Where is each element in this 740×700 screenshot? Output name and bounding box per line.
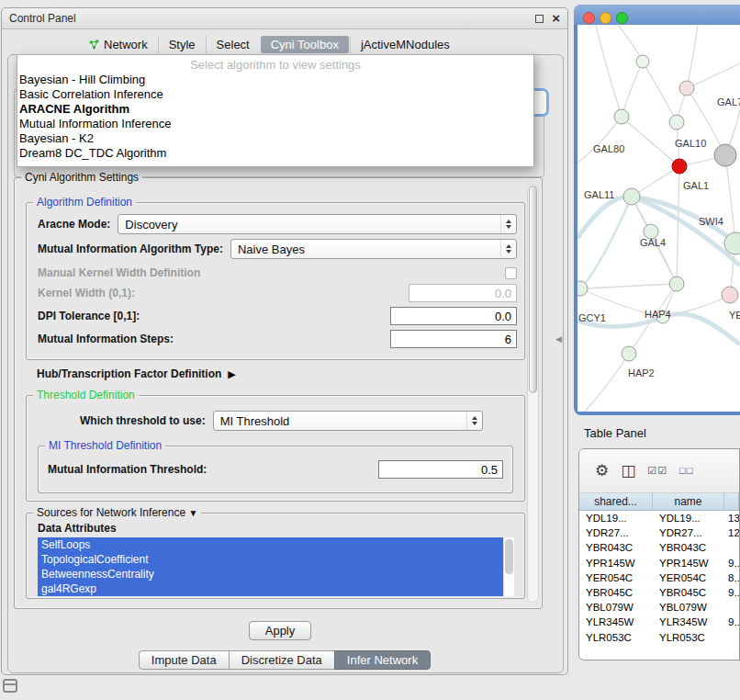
network-node-label: HAP2 bbox=[628, 367, 655, 378]
mi-threshold-group: MI Threshold Definition Mutual Informati… bbox=[38, 446, 513, 493]
table-row[interactable]: YBR045CYBR045C9... bbox=[579, 585, 739, 600]
tab-style[interactable]: Style bbox=[158, 36, 206, 53]
top-tabs: NetworkStyleSelectCyni ToolboxjActiveMNo… bbox=[79, 35, 460, 54]
attribute-item[interactable]: gal4RGexp bbox=[38, 581, 503, 596]
network-edge[interactable] bbox=[687, 25, 698, 88]
algorithm-option[interactable]: Bayesian - K2 bbox=[17, 131, 533, 146]
network-edge[interactable] bbox=[580, 284, 677, 288]
aracne-mode-select[interactable]: Discovery bbox=[118, 214, 517, 234]
minimize-traffic-light[interactable] bbox=[600, 12, 611, 24]
network-canvas-svg: GAL80GAL10GAL11GAL1SWI4GAL4GCY1HAP4HAP2G… bbox=[577, 25, 740, 412]
table-row[interactable]: YLR345WYLR345W9... bbox=[579, 615, 739, 629]
network-edge[interactable] bbox=[687, 63, 740, 88]
table-row[interactable]: YBR043CYBR043C bbox=[579, 540, 739, 555]
table-panel-title: Table Panel bbox=[584, 426, 646, 440]
attribute-item[interactable]: SelfLoops bbox=[38, 537, 503, 552]
which-threshold-row: Which threshold to use: MI Threshold bbox=[80, 411, 483, 431]
network-edge[interactable] bbox=[622, 62, 643, 117]
table-row[interactable]: YDL19...YDL19...13... bbox=[579, 511, 739, 525]
columns-icon[interactable]: ◫ bbox=[621, 463, 635, 479]
clear-checkboxes-icon[interactable]: □□ bbox=[679, 463, 693, 479]
select-all-checkboxes-icon[interactable]: ☑☑ bbox=[647, 463, 667, 479]
close-window-icon[interactable]: × bbox=[552, 13, 560, 24]
hub-section-toggle[interactable]: Hub/Transcription Factor Definition ▶ bbox=[37, 367, 236, 380]
aracne-mode-value: Discovery bbox=[125, 218, 177, 231]
table-cell: YDR27... bbox=[653, 525, 724, 540]
network-edge[interactable] bbox=[725, 155, 735, 243]
mi-type-select[interactable]: Naive Bayes bbox=[230, 239, 517, 259]
algorithm-option[interactable]: ARACNE Algorithm bbox=[17, 102, 533, 117]
column-header[interactable]: name bbox=[653, 493, 724, 510]
table-row[interactable]: YLR053CYLR053C bbox=[579, 630, 739, 645]
table-cell: YDL19... bbox=[653, 511, 724, 525]
network-node[interactable] bbox=[622, 346, 636, 361]
dpi-tolerance-input[interactable] bbox=[390, 307, 517, 325]
tab-jactivemnodules[interactable]: jActiveMNodules bbox=[350, 36, 460, 53]
attribute-item[interactable]: TopologicalCoefficient bbox=[38, 552, 503, 567]
network-node-label: SWI4 bbox=[699, 216, 723, 227]
network-edge[interactable] bbox=[643, 62, 677, 122]
algorithm-option[interactable]: Basic Correlation Inference bbox=[17, 87, 533, 102]
bottom-tab-infer-network[interactable]: Infer Network bbox=[334, 650, 431, 670]
which-threshold-value: MI Threshold bbox=[220, 414, 290, 428]
network-node[interactable] bbox=[714, 144, 736, 166]
tab-select[interactable]: Select bbox=[206, 36, 260, 53]
network-node[interactable] bbox=[636, 55, 649, 68]
column-header[interactable]: shared... bbox=[579, 493, 653, 510]
table-cell: 9... bbox=[724, 615, 739, 629]
settings-gear-icon[interactable]: ⚙ bbox=[595, 463, 609, 479]
close-traffic-light[interactable] bbox=[583, 12, 595, 24]
network-node[interactable] bbox=[669, 115, 684, 130]
table-row[interactable]: YDR27...YDR27...12... bbox=[579, 525, 739, 540]
combo-arrows-icon bbox=[466, 412, 482, 430]
restore-panel-icon[interactable] bbox=[3, 679, 17, 693]
float-window-icon[interactable] bbox=[535, 15, 544, 23]
network-node[interactable] bbox=[614, 109, 629, 124]
network-node[interactable] bbox=[672, 159, 687, 174]
tab-cyni-toolbox[interactable]: Cyni Toolbox bbox=[261, 36, 349, 53]
network-edge[interactable] bbox=[580, 197, 632, 288]
apply-button[interactable]: Apply bbox=[249, 621, 311, 640]
table-toolbar: ⚙ ◫ ☑☑ □□ bbox=[579, 449, 739, 493]
network-edge[interactable] bbox=[585, 354, 629, 412]
network-window-titlebar[interactable] bbox=[574, 5, 740, 25]
hub-section-label: Hub/Transcription Factor Definition bbox=[37, 367, 221, 380]
mi-steps-input[interactable] bbox=[390, 330, 517, 348]
attribute-item[interactable]: BetweennessCentrality bbox=[38, 567, 503, 581]
network-edge[interactable] bbox=[596, 25, 622, 117]
list-scrollbar[interactable] bbox=[503, 537, 514, 596]
network-node[interactable] bbox=[722, 287, 738, 303]
tab-network[interactable]: Network bbox=[79, 36, 158, 53]
bottom-tab-discretize-data[interactable]: Discretize Data bbox=[229, 650, 335, 670]
algorithm-option[interactable]: Mutual Information Inference bbox=[17, 117, 533, 131]
table-cell: YLR345W bbox=[653, 615, 724, 629]
network-node[interactable] bbox=[679, 81, 694, 96]
table-row[interactable]: YBL079WYBL079W bbox=[579, 600, 739, 615]
settings-scrollbar[interactable] bbox=[527, 184, 539, 603]
table-cell: 9... bbox=[724, 585, 739, 600]
algorithm-option[interactable]: Bayesian - Hill Climbing bbox=[17, 73, 533, 87]
network-node-label: GAL4 bbox=[640, 237, 666, 248]
network-node[interactable] bbox=[623, 188, 640, 205]
panel-splitter-collapse-icon[interactable]: ◀ bbox=[555, 334, 562, 344]
zoom-traffic-light[interactable] bbox=[616, 12, 628, 24]
sources-group-title[interactable]: Sources for Network Inference ▼ bbox=[33, 506, 201, 520]
which-threshold-label: Which threshold to use: bbox=[80, 414, 206, 427]
network-node[interactable] bbox=[577, 281, 588, 296]
which-threshold-select[interactable]: MI Threshold bbox=[213, 411, 483, 431]
table-row[interactable]: YER054CYER054C8... bbox=[579, 570, 739, 585]
network-node[interactable] bbox=[669, 277, 684, 291]
bottom-tab-impute-data[interactable]: Impute Data bbox=[139, 650, 230, 670]
sources-group: Sources for Network Inference ▼ Data Att… bbox=[26, 513, 525, 599]
column-header[interactable] bbox=[724, 493, 739, 510]
mi-threshold-row: Mutual Information Threshold: bbox=[48, 460, 503, 479]
network-edge[interactable] bbox=[677, 166, 679, 284]
settings-scrollbar-thumb[interactable] bbox=[529, 186, 537, 393]
table-row[interactable]: YPR145WYPR145W9... bbox=[579, 556, 739, 570]
table-cell: 12... bbox=[724, 525, 739, 540]
list-scrollbar-thumb[interactable] bbox=[505, 539, 513, 574]
network-canvas[interactable]: GAL80GAL10GAL11GAL1SWI4GAL4GCY1HAP4HAP2G… bbox=[577, 25, 740, 412]
algorithm-option[interactable]: Dream8 DC_TDC Algorithm bbox=[17, 146, 533, 161]
network-edge[interactable] bbox=[577, 117, 622, 163]
mi-threshold-input[interactable] bbox=[378, 460, 503, 479]
